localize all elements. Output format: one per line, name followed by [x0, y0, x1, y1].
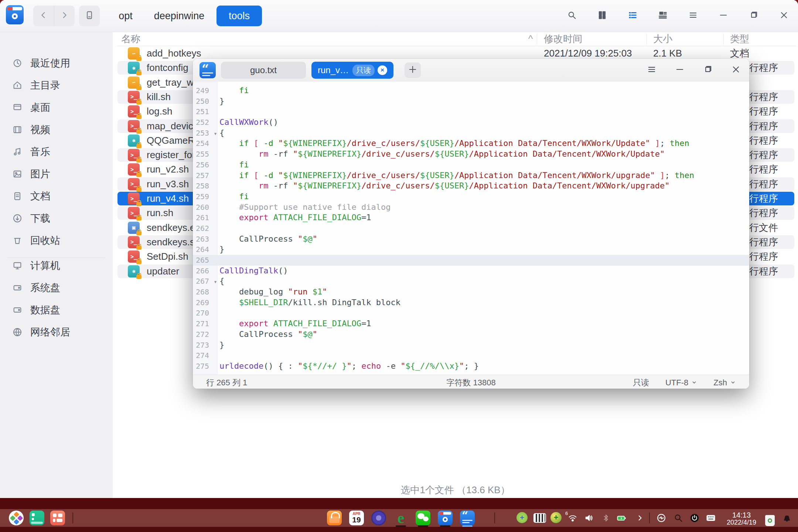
sidebar-item-主目录[interactable]: 主目录: [0, 75, 113, 96]
code-token: CallWXWork: [219, 117, 268, 127]
sidebar-item-图片[interactable]: 图片: [0, 164, 113, 184]
control-center-icon[interactable]: [371, 511, 386, 525]
text-editor-icon[interactable]: “: [460, 511, 475, 525]
notifications-icon[interactable]: [781, 512, 793, 524]
code-line-274[interactable]: 274: [193, 350, 749, 361]
tray-updater-icon[interactable]: +: [516, 512, 528, 523]
detail-view-button[interactable]: [655, 8, 670, 23]
code-line-273[interactable]: 273}: [193, 340, 749, 351]
column-header-size[interactable]: 大小: [653, 32, 672, 46]
syntax-select[interactable]: Zsh: [713, 378, 736, 388]
close-button[interactable]: [777, 8, 791, 23]
dock-app-green-icon[interactable]: [30, 511, 44, 525]
taskbar-clock[interactable]: 14:132022/4/19: [721, 511, 762, 526]
fold-arrow-icon[interactable]: ▾: [211, 277, 219, 287]
code-line-258[interactable]: 258 rm -rf "${WINEPREFIX}/drive_c/users/…: [193, 181, 749, 191]
device-button[interactable]: [79, 6, 100, 26]
code-line-272[interactable]: 272 CallProcess "$@": [193, 329, 749, 340]
system-monitor-icon[interactable]: [655, 512, 667, 524]
code-line-268[interactable]: 268 debug_log "run $1": [193, 287, 749, 297]
browser-icon[interactable]: e: [393, 511, 408, 525]
sidebar-item-音乐[interactable]: 音乐: [0, 141, 113, 162]
launcher-icon[interactable]: [9, 511, 24, 525]
breadcrumb-opt[interactable]: opt: [107, 6, 144, 26]
code-line-251[interactable]: 251: [193, 106, 749, 117]
maximize-button[interactable]: [746, 8, 761, 23]
wechat-icon[interactable]: [416, 511, 430, 525]
encoding-select[interactable]: UTF-8: [665, 378, 697, 388]
code-line-253[interactable]: 253▾{: [193, 128, 749, 139]
grid-view-button[interactable]: [595, 8, 610, 23]
close-button[interactable]: [729, 63, 743, 78]
maximize-button[interactable]: [700, 63, 715, 78]
app-store-icon[interactable]: [327, 511, 342, 525]
menu-button[interactable]: [686, 8, 700, 23]
bluetooth-icon[interactable]: [600, 512, 612, 524]
new-tab-button[interactable]: [405, 62, 421, 78]
code-line-249[interactable]: 249 fi: [193, 85, 749, 96]
code-line-266[interactable]: 266CallDingTalk(): [193, 266, 749, 276]
code-line-257[interactable]: 257 if [ -d "${WINEPREFIX}/drive_c/users…: [193, 170, 749, 181]
editor-tab-guo.txt[interactable]: guo.txt: [221, 62, 306, 79]
code-line-250[interactable]: 250}: [193, 96, 749, 107]
sidebar-item-桌面[interactable]: 桌面: [0, 97, 113, 118]
back-button[interactable]: [33, 6, 54, 26]
code-line-263[interactable]: 263 CallProcess "$@": [193, 234, 749, 245]
code-token: -rf: [268, 149, 288, 158]
code-line-269[interactable]: 269 $SHELL_DIR/kill.sh DingTalk block: [193, 297, 749, 308]
file-manager-icon[interactable]: [438, 511, 453, 525]
code-line-252[interactable]: 252CallWXWork(): [193, 117, 749, 128]
code-line-260[interactable]: 260 #Support use native file dialog: [193, 202, 749, 213]
battery-icon[interactable]: [615, 512, 627, 524]
sidebar-item-回收站[interactable]: 回收站: [0, 230, 113, 251]
forward-button[interactable]: [54, 6, 75, 26]
sidebar-item-视频[interactable]: 视频: [0, 119, 113, 140]
list-view-button[interactable]: [625, 8, 640, 23]
menu-button[interactable]: [644, 63, 659, 78]
sidebar-item-数据盘[interactable]: 数据盘: [0, 300, 113, 320]
tray-keyboard-icon[interactable]: [533, 513, 546, 523]
tray-plus-icon[interactable]: +: [550, 512, 562, 523]
sidebar-item-系统盘[interactable]: 系统盘: [0, 277, 113, 298]
calendar-icon[interactable]: APR19: [349, 511, 364, 525]
breadcrumb-deepinwine[interactable]: deepinwine: [145, 6, 214, 26]
tab-close-button[interactable]: ×: [378, 65, 387, 75]
code-line-267[interactable]: 267▾{: [193, 276, 749, 287]
sort-indicator[interactable]: ^: [528, 32, 533, 46]
code-line-261[interactable]: 261 export ATTACH_FILE_DIALOG=1: [193, 212, 749, 223]
search-icon[interactable]: [672, 512, 684, 524]
code-line-275[interactable]: 275urldecode() { : "${*//+/ }"; echo -e …: [193, 361, 749, 372]
code-line-255[interactable]: 255 rm -rf "${WINEPREFIX}/drive_c/users/…: [193, 149, 749, 160]
fold-arrow-icon[interactable]: ▾: [211, 129, 219, 139]
dock-app-red-icon[interactable]: [50, 511, 65, 525]
minimize-button[interactable]: [716, 8, 731, 23]
code-line-254[interactable]: 254 if [ -d "${WINEPREFIX}/drive_c/users…: [193, 138, 749, 149]
code-line-256[interactable]: 256 fi: [193, 160, 749, 170]
breadcrumb-tools[interactable]: tools: [216, 6, 262, 26]
sidebar-item-网络邻居[interactable]: 网络邻居: [0, 322, 113, 342]
sidebar-item-下载[interactable]: 下载: [0, 208, 113, 229]
code-line-271[interactable]: 271 export ATTACH_FILE_DIALOG=1: [193, 318, 749, 329]
column-header-mtime[interactable]: 修改时间: [544, 32, 582, 46]
volume-icon[interactable]: [583, 512, 595, 524]
onscreen-keyboard-icon[interactable]: [705, 512, 717, 524]
sidebar-item-计算机[interactable]: 计算机: [0, 255, 113, 276]
code-line-259[interactable]: 259 fi: [193, 191, 749, 202]
code-line-270[interactable]: 270: [193, 308, 749, 318]
code-line-262[interactable]: 262: [193, 223, 749, 234]
expand-chevron-icon[interactable]: [634, 512, 646, 524]
code-line-264[interactable]: 264}: [193, 244, 749, 255]
sidebar-item-文档[interactable]: 文档: [0, 186, 113, 207]
editor-code-area[interactable]: 249 fi250}251252CallWXWork()253▾{254 if …: [193, 82, 749, 375]
code-line-265[interactable]: 265: [193, 255, 749, 266]
search-button[interactable]: [565, 8, 579, 23]
column-header-type[interactable]: 类型: [730, 32, 749, 46]
sidebar-item-最近使用[interactable]: 最近使用: [0, 53, 113, 74]
editor-tab-run_v…[interactable]: run_v…只读×: [311, 62, 393, 79]
file-row[interactable]: ∽add_hotkeys2021/12/09 19:25:032.1 KB文档: [117, 47, 794, 60]
column-header-name[interactable]: 名称: [121, 32, 140, 46]
wifi-icon[interactable]: 6: [567, 512, 579, 524]
trash-icon[interactable]: [764, 512, 776, 524]
shutdown-icon[interactable]: [689, 512, 700, 524]
minimize-button[interactable]: [672, 63, 687, 78]
